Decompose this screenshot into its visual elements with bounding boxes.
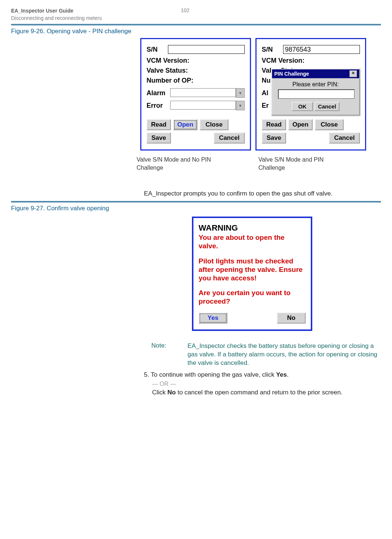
vcm-label: VCM Version:	[147, 57, 245, 65]
doc-title: EA_Inspector User Guide	[11, 7, 181, 15]
num-op-label: Number of OP:	[147, 77, 245, 84]
no-ref: No	[168, 389, 176, 396]
valve-status-label: Valve Status:	[147, 67, 245, 75]
alarm-field[interactable]	[170, 88, 236, 97]
warning-line-2: Pilot lights must be checked after openi…	[199, 257, 306, 282]
read-button[interactable]: Read	[147, 119, 171, 130]
step-5-alt: Click No to cancel the open command and …	[152, 389, 381, 396]
step-5: 5. To continue with opening the gas valv…	[144, 370, 381, 380]
save-button[interactable]: Save	[262, 132, 286, 144]
body-paragraph: EA_Inspector prompts you to confirm to o…	[144, 190, 381, 197]
close-button[interactable]: Close	[315, 119, 344, 130]
no-button[interactable]: No	[277, 312, 306, 324]
warning-line-3: Are you certain you want to proceed?	[199, 289, 306, 306]
app-panel-pin: S/N 9876543 VCM Version: Valve Status: N…	[255, 38, 366, 151]
error-field[interactable]	[170, 101, 236, 110]
chevron-down-icon[interactable]: ▼	[236, 101, 245, 110]
pin-prompt: Please enter PIN:	[278, 81, 353, 88]
caption-b: Valve S/N Mode and PIN Challenge	[258, 156, 336, 172]
warning-dialog: WARNING You are about to open the valve.…	[192, 217, 312, 331]
note-block: Note: EA_Inspector checks the battery st…	[151, 342, 381, 367]
figure-caption: Figure 9-27. Confirm valve opening	[11, 205, 381, 212]
page-header: EA_Inspector User Guide Disconnecting an…	[11, 7, 381, 22]
close-button[interactable]: Close	[200, 119, 228, 130]
divider	[11, 24, 381, 25]
yes-ref: Yes	[276, 371, 287, 378]
cancel-button[interactable]: Cancel	[314, 102, 340, 111]
alarm-label: Alarm	[147, 89, 170, 97]
open-button[interactable]: Open	[288, 119, 313, 130]
divider	[11, 202, 381, 203]
note-label: Note:	[151, 342, 169, 367]
sn-label: S/N	[147, 46, 168, 53]
error-label: Error	[147, 102, 170, 110]
figure-sub-captions: Valve S/N Mode and No PIN Challenge Valv…	[137, 156, 381, 172]
pin-dialog-title: PIN Challenge	[274, 71, 309, 77]
close-icon[interactable]: ×	[350, 70, 357, 77]
sn-input[interactable]: 9876543	[283, 45, 360, 54]
ok-button[interactable]: OK	[292, 102, 313, 111]
step-text: To continue with opening the gas valve, …	[151, 371, 276, 378]
sn-label: S/N	[262, 46, 283, 53]
open-button[interactable]: Open	[173, 119, 197, 130]
cancel-button[interactable]: Cancel	[329, 132, 360, 144]
note-text: EA_Inspector checks the battery status b…	[188, 342, 381, 367]
save-button[interactable]: Save	[147, 132, 171, 144]
sn-input[interactable]	[168, 45, 245, 54]
pin-input[interactable]	[278, 89, 355, 99]
yes-button[interactable]: Yes	[199, 312, 227, 324]
doc-subtitle: Disconnecting and reconnecting meters	[11, 15, 181, 22]
divider	[11, 201, 381, 202]
page-number: 102	[181, 7, 189, 22]
step-number: 5.	[144, 371, 149, 378]
pin-challenge-dialog: PIN Challenge × Please enter PIN: OK Can…	[271, 69, 360, 115]
figure-caption: Figure 9-26. Opening valve - PIN challen…	[11, 28, 381, 35]
warning-title: WARNING	[199, 223, 306, 233]
divider	[11, 25, 381, 25]
caption-a: Valve S/N Mode and No PIN Challenge	[137, 156, 214, 172]
warning-line-1: You are about to open the valve.	[199, 234, 306, 251]
vcm-label: VCM Version:	[262, 57, 360, 65]
app-panel-no-pin: S/N VCM Version: Valve Status: Number of…	[140, 38, 251, 151]
chevron-down-icon[interactable]: ▼	[236, 88, 245, 98]
cancel-button[interactable]: Cancel	[214, 132, 245, 144]
read-button[interactable]: Read	[262, 119, 286, 130]
step-or: — OR —	[152, 381, 381, 387]
figure-1-row: S/N VCM Version: Valve Status: Number of…	[125, 38, 381, 151]
